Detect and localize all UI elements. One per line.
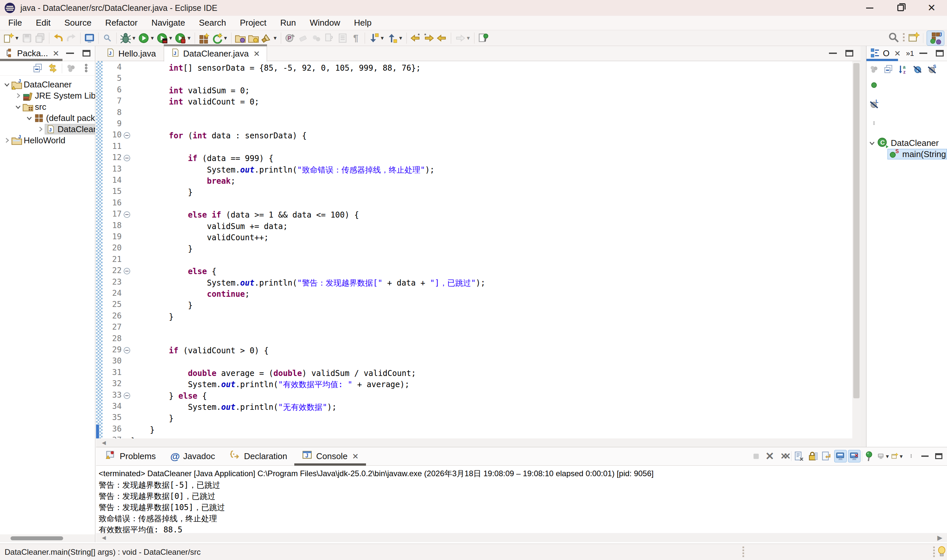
menu-edit[interactable]: Edit bbox=[29, 16, 57, 30]
menu-search[interactable]: Search bbox=[192, 16, 233, 30]
close-outline-icon[interactable]: ✕ bbox=[894, 49, 901, 58]
sash[interactable] bbox=[861, 46, 866, 447]
dropdown-arrow-icon[interactable]: ▼ bbox=[150, 35, 155, 41]
dropdown-arrow-icon[interactable]: ▼ bbox=[168, 35, 173, 41]
smart-assist-bulb-icon[interactable] bbox=[937, 546, 946, 558]
run-profile-button[interactable]: ▼ bbox=[174, 32, 192, 45]
outline-item-datacleaner[interactable]: CDataCleaner bbox=[867, 137, 947, 149]
dropdown-arrow-icon[interactable]: ▼ bbox=[398, 35, 403, 41]
code-line[interactable]: continue; bbox=[131, 289, 249, 300]
search-flashlight-button[interactable]: ▼ bbox=[260, 32, 279, 45]
restore-button[interactable] bbox=[885, 0, 916, 16]
pilcrow-button[interactable]: ¶ bbox=[349, 32, 362, 45]
sort-az-icon[interactable]: az bbox=[897, 63, 909, 75]
menu-window[interactable]: Window bbox=[303, 16, 347, 30]
tree-item--default-pack[interactable]: (default pack bbox=[0, 112, 95, 123]
maximize-glyph-button[interactable] bbox=[933, 450, 945, 462]
console-output[interactable]: 警告：发现越界数据[-5]，已跳过警告：发现越界数据[0]，已跳过警告：发现越界… bbox=[96, 480, 947, 535]
menu-project[interactable]: Project bbox=[233, 16, 273, 30]
menu-navigate[interactable]: Navigate bbox=[144, 16, 192, 30]
code-line[interactable]: System.out.println("无有效数据"); bbox=[131, 402, 337, 413]
chevron-right-icon[interactable] bbox=[36, 125, 45, 134]
scroll-left-icon[interactable]: ◄ bbox=[96, 534, 112, 542]
outline-item-main-string[interactable]: Smain(String bbox=[867, 149, 947, 160]
fold-collapse-icon[interactable] bbox=[124, 392, 130, 399]
code-line[interactable]: break; bbox=[131, 175, 236, 187]
open-perspective-icon[interactable] bbox=[908, 32, 920, 45]
editor-tab-datacleaner-java[interactable]: JDataCleaner.java✕ bbox=[164, 46, 267, 62]
tree-item-src[interactable]: src bbox=[0, 101, 95, 112]
menu-file[interactable]: File bbox=[1, 16, 29, 30]
prev-annotation-button[interactable]: ▼ bbox=[386, 32, 404, 45]
code-line[interactable]: } bbox=[131, 413, 174, 424]
public-only-icon[interactable] bbox=[868, 79, 880, 91]
new-java-project-button[interactable] bbox=[197, 32, 211, 45]
code-line[interactable]: System.out.println("有效数据平均值: " + average… bbox=[131, 379, 410, 390]
last-edit-location-button[interactable]: * bbox=[409, 32, 422, 45]
minimize-view-icon[interactable] bbox=[66, 52, 74, 54]
chevron-down-icon[interactable] bbox=[14, 103, 22, 111]
pin-editor-button[interactable] bbox=[477, 32, 490, 45]
link-with-editor-icon[interactable] bbox=[47, 62, 59, 75]
fold-collapse-icon[interactable] bbox=[124, 347, 130, 354]
chevron-right-icon[interactable] bbox=[3, 136, 11, 145]
open-console-button[interactable]: ▼ bbox=[891, 450, 904, 462]
dropdown-arrow-icon[interactable]: ▼ bbox=[131, 35, 137, 41]
fold-collapse-icon[interactable] bbox=[124, 155, 130, 162]
clear-console-button[interactable]: ✕ bbox=[793, 450, 805, 462]
code-line[interactable]: } else { bbox=[131, 391, 207, 402]
search-icon[interactable] bbox=[888, 32, 900, 45]
fold-collapse-icon[interactable] bbox=[124, 132, 130, 139]
dropdown-arrow-icon[interactable]: ▼ bbox=[273, 35, 277, 41]
menu-source[interactable]: Source bbox=[57, 16, 98, 30]
tab-problems[interactable]: Problems bbox=[98, 447, 163, 465]
run-coverage-button[interactable]: ▼ bbox=[156, 32, 174, 45]
collapse-all-icon[interactable] bbox=[32, 62, 44, 75]
dropdown-arrow-icon[interactable]: ▼ bbox=[14, 35, 19, 41]
tab-javadoc[interactable]: @Javadoc bbox=[163, 447, 222, 465]
code-line[interactable]: } bbox=[131, 424, 154, 435]
menu-help[interactable]: Help bbox=[347, 16, 379, 30]
hide-fields-icon[interactable]: f bbox=[911, 63, 924, 75]
show-stderr-button[interactable]: ✕ bbox=[848, 450, 861, 462]
open-terminal-button[interactable] bbox=[83, 32, 96, 45]
open-type-folder-button[interactable] bbox=[234, 32, 247, 45]
next-edit-location-button[interactable]: * bbox=[422, 32, 435, 45]
code-line[interactable]: } bbox=[131, 300, 193, 311]
new-wizard-button[interactable]: ▼ bbox=[2, 32, 20, 45]
next-annotation-button[interactable]: ▼ bbox=[367, 32, 386, 45]
code-line[interactable]: validSum += data; bbox=[131, 221, 288, 232]
tree-item-dataclean[interactable]: JDataClean bbox=[0, 123, 95, 135]
editor-hscrollbar[interactable]: ◄ bbox=[96, 438, 861, 447]
code-line[interactable]: double average = (double) validSum / val… bbox=[131, 368, 416, 379]
code-line[interactable]: int[] sensorData = {85, -5, 92, 0, 105, … bbox=[131, 62, 420, 74]
display-console-button[interactable]: ▼ bbox=[877, 450, 890, 462]
close-tab-icon[interactable]: ✕ bbox=[352, 452, 359, 461]
remove-launch-button[interactable]: ✕ bbox=[764, 450, 776, 462]
pin-console-button[interactable] bbox=[864, 450, 876, 462]
kebab-icon[interactable] bbox=[868, 117, 880, 129]
dropdown-arrow-icon[interactable]: ▼ bbox=[899, 454, 904, 459]
dropdown-arrow-icon[interactable]: ▼ bbox=[223, 35, 228, 41]
code-line[interactable]: } bbox=[131, 243, 193, 254]
close-tab-icon[interactable]: ✕ bbox=[253, 49, 260, 58]
code-line[interactable]: if (data == 999) { bbox=[131, 153, 273, 164]
fold-collapse-icon[interactable] bbox=[124, 268, 130, 274]
menu-run[interactable]: Run bbox=[273, 16, 303, 30]
scroll-left-icon[interactable]: ◄ bbox=[96, 439, 112, 447]
maximize-editor-icon[interactable] bbox=[845, 50, 853, 57]
minimize-glyph-button[interactable] bbox=[919, 450, 931, 462]
tree-item-jre-system-libr[interactable]: JRE System Libr bbox=[0, 90, 95, 101]
tab-console[interactable]: JConsole✕ bbox=[294, 447, 366, 465]
new-wizard-green-button[interactable]: ▼ bbox=[211, 32, 229, 45]
focus-icon[interactable] bbox=[868, 63, 880, 75]
code-line[interactable]: } bbox=[131, 435, 136, 438]
collapse-all-icon[interactable] bbox=[882, 63, 895, 75]
tab-declaration[interactable]: Declaration bbox=[222, 447, 295, 465]
code-line[interactable]: for (int data : sensorData) { bbox=[131, 130, 307, 141]
package-explorer-hscrollbar[interactable] bbox=[0, 534, 95, 542]
tab-outline[interactable]: O bbox=[883, 48, 890, 58]
remove-all-terminated-button[interactable]: ✕✕ bbox=[777, 450, 790, 462]
console-hscrollbar[interactable]: ◄ ▶ bbox=[96, 533, 947, 542]
close-package-explorer-icon[interactable]: ✕ bbox=[52, 49, 59, 58]
